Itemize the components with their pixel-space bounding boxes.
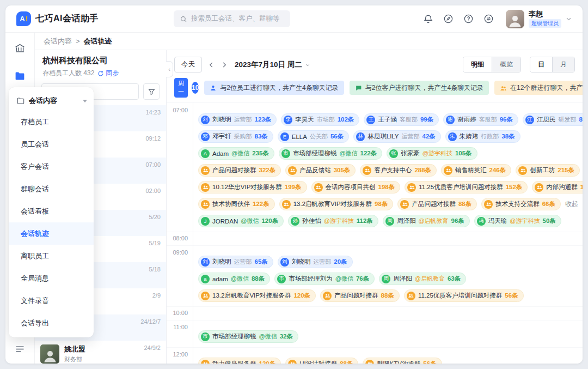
- user-avatar: [506, 10, 524, 28]
- chip-name: 谢雨婷: [457, 116, 476, 124]
- employee-chip[interactable]: 李李昊天市场部102条: [281, 113, 359, 126]
- sync-button[interactable]: 同步: [97, 69, 119, 78]
- group-avatar-icon: [201, 200, 210, 209]
- group-chip[interactable]: 10.12华忠VIP对接服务群199条: [198, 181, 307, 193]
- group-chip[interactable]: 产品问题对接群322条: [198, 164, 281, 177]
- feedback-icon[interactable]: [443, 14, 454, 24]
- customer-chip[interactable]: aadam@微信88条: [198, 273, 270, 285]
- chip-count: 50条: [543, 217, 556, 225]
- customer-chip[interactable]: 张张家豪@游宇科技105条: [387, 147, 477, 160]
- customer-chip[interactable]: AAdam@微信235条: [198, 147, 274, 160]
- group-chip[interactable]: 内部沟通群143条: [532, 181, 583, 193]
- group-chip[interactable]: 会话内容项目共创198条: [311, 181, 401, 193]
- time-label: 10:00: [167, 307, 193, 320]
- customer-chip[interactable]: 市市场部经理柳锐@微信122条: [279, 147, 382, 160]
- dropdown-item-4[interactable]: 群聊会话: [9, 178, 94, 200]
- company-icon[interactable]: [14, 43, 26, 54]
- help-icon[interactable]: [463, 14, 474, 24]
- group-chip[interactable]: 11.25优质客户培训问题对接群152条: [405, 181, 528, 193]
- employee-chip[interactable]: 林林思琪LILY运营部42条: [353, 130, 441, 143]
- conversation-folder-icon[interactable]: [14, 70, 26, 82]
- dropdown-item-5[interactable]: 会话看板: [9, 200, 94, 222]
- user-menu[interactable]: 李想 超级管理员: [506, 10, 572, 28]
- menu-list-icon[interactable]: [14, 343, 26, 355]
- dropdown-item-1[interactable]: 存档员工: [9, 111, 94, 133]
- tab-detail[interactable]: 明细: [463, 57, 492, 72]
- group-chip[interactable]: 13.2启帆教育VIP对接服务群120条: [198, 289, 316, 302]
- chip-tag: @微信: [259, 332, 277, 341]
- tab-day[interactable]: 日: [530, 57, 552, 72]
- prev-day-icon[interactable]: [207, 62, 215, 68]
- dropdown-item-6[interactable]: 会话轨迹: [9, 222, 94, 245]
- employee-list-item[interactable]: 姚北盟财务部24/9/2: [35, 341, 166, 364]
- employee-chip[interactable]: 邓邓宇轩采购部83条: [198, 130, 273, 143]
- group-chip[interactable]: 技术协同伙伴122条: [198, 198, 275, 210]
- dropdown-item-10[interactable]: 会话导出: [9, 312, 94, 334]
- group-chip[interactable]: 魅吧KTV沟通群56条: [363, 358, 442, 364]
- employee-chip[interactable]: 刘刘晓明运营部65条: [198, 256, 273, 268]
- chip-count: 105条: [455, 149, 472, 158]
- dropdown-item-2[interactable]: 员工会话: [9, 133, 94, 155]
- row-timestamp: 5/20: [149, 214, 161, 220]
- employee-chip[interactable]: 刘刘晓明运营部20条: [278, 256, 353, 268]
- chip-tag: @游宇科技: [510, 217, 540, 225]
- customer-chip[interactable]: 市市场部经理刘为@微信76条: [274, 273, 375, 285]
- next-day-icon[interactable]: [220, 62, 228, 68]
- dropdown-item-9[interactable]: 文件录音: [9, 289, 94, 312]
- group-chip[interactable]: 产品问题对接群88条: [397, 198, 477, 210]
- group-chip[interactable]: 创新工坊215条: [516, 164, 580, 177]
- employee-chip[interactable]: 王王子涵客服部99条: [364, 113, 439, 126]
- section-rows: 动力健身服务群120条UI设计对接群88条魅吧KTV沟通群56条: [193, 348, 583, 364]
- group-chip[interactable]: 产品问题对接群88条: [320, 289, 400, 302]
- chip-name: adam: [212, 276, 228, 282]
- today-button[interactable]: 今天: [174, 57, 202, 72]
- group-chip[interactable]: 13.2启帆教育VIP对接服务群98条: [279, 198, 394, 210]
- collapse-panel-icon[interactable]: [166, 61, 173, 77]
- dropdown-item-7[interactable]: 离职员工: [9, 245, 94, 267]
- collapse-button[interactable]: 收起: [565, 199, 580, 209]
- dropdown-item-8[interactable]: 全局消息: [9, 267, 94, 289]
- chip-tag: 公关部: [310, 132, 328, 141]
- group-chip[interactable]: 销售精英汇246条: [441, 164, 511, 177]
- transfer-icon[interactable]: [483, 14, 494, 24]
- chip-tag: 运营部: [234, 258, 252, 266]
- chip-count: 88条: [381, 292, 394, 300]
- group-avatar-icon: [484, 200, 493, 209]
- customer-chip[interactable]: 冯冯天瑜@游宇科技50条: [474, 215, 561, 227]
- employee-chip[interactable]: 朱朱婧玮行政部38条: [445, 130, 520, 143]
- date-picker[interactable]: 2023年7月10日 周二: [235, 60, 310, 70]
- search-placeholder: 搜索员工会话、客户、群聊等: [191, 14, 280, 23]
- breadcrumb-parent[interactable]: 会话内容: [44, 37, 72, 46]
- archive-count-label: 存档员工人数 432: [42, 69, 94, 78]
- employee-chip[interactable]: 谢谢雨婷客服部96条: [443, 113, 518, 126]
- customer-chip[interactable]: 孙孙佳怡@游宇科技112条: [288, 215, 378, 227]
- employee-chip[interactable]: EELLA公关部56条: [278, 130, 349, 143]
- group-chip[interactable]: 动力健身服务群120条: [198, 358, 281, 364]
- employee-chip[interactable]: 江江思民研发部88条: [523, 113, 583, 126]
- tab-overview[interactable]: 概览: [492, 57, 520, 72]
- group-chip[interactable]: 11.25优质客户培训问题对接群56条: [404, 289, 524, 302]
- timeline-section: 11:00市市场部经理柳锐@微信32条: [167, 320, 583, 347]
- chip-name: 创新工坊: [530, 166, 555, 174]
- employee-chip[interactable]: 刘刘晓明运营部123条: [198, 113, 277, 126]
- chip-name: 技术协同伙伴: [212, 200, 250, 208]
- customer-chip[interactable]: 周周泽阳@启帆教育96条: [383, 215, 470, 227]
- global-search-input[interactable]: 搜索员工会话、客户、群聊等: [174, 10, 290, 27]
- customer-chip[interactable]: JJORDAN@微信120条: [198, 215, 284, 227]
- customer-chip[interactable]: 周周泽阳@启帆教育63条: [379, 273, 466, 285]
- tab-month[interactable]: 月: [552, 57, 574, 72]
- customer-chip[interactable]: 市市场部经理柳锐@微信32条: [198, 330, 298, 343]
- timeline-toolbar: 今天 2023年7月10日 周二: [167, 56, 583, 78]
- dropdown-header[interactable]: 会话内容: [9, 89, 94, 111]
- customer-icon: [355, 84, 362, 92]
- group-chip[interactable]: 技术支持交流群66条: [481, 198, 561, 210]
- dropdown-item-3[interactable]: 客户会话: [9, 155, 94, 178]
- bell-icon[interactable]: [423, 14, 433, 24]
- chip-count: 42条: [422, 132, 436, 141]
- group-chip[interactable]: 产品反馈站305条: [285, 164, 356, 177]
- row-timestamp: 2/9: [152, 292, 161, 299]
- group-chip[interactable]: 客户支持中心288条: [360, 164, 437, 177]
- group-chip[interactable]: UI设计对接群88条: [285, 358, 358, 364]
- filter-button[interactable]: [143, 83, 160, 100]
- chip-row: 13.2启帆教育VIP对接服务群120条产品问题对接群88条11.25优质客户培…: [198, 289, 576, 302]
